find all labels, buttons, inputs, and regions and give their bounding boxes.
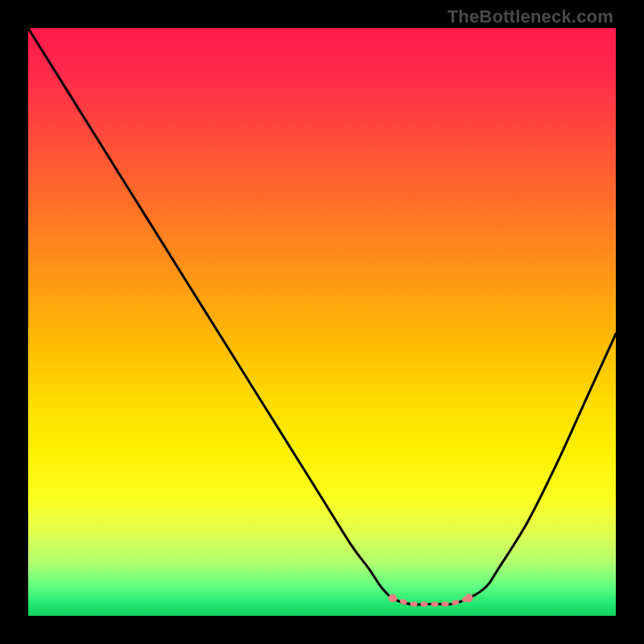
watermark-text: TheBottleneck.com (448, 6, 613, 27)
curve-svg (28, 28, 616, 616)
curve-path (28, 28, 616, 605)
plot-area (28, 28, 616, 616)
flat-region-end-dot (465, 594, 473, 602)
bottleneck-curve (28, 28, 616, 605)
chart-container: TheBottleneck.com (0, 0, 644, 644)
flat-region-start-dot (389, 594, 397, 602)
